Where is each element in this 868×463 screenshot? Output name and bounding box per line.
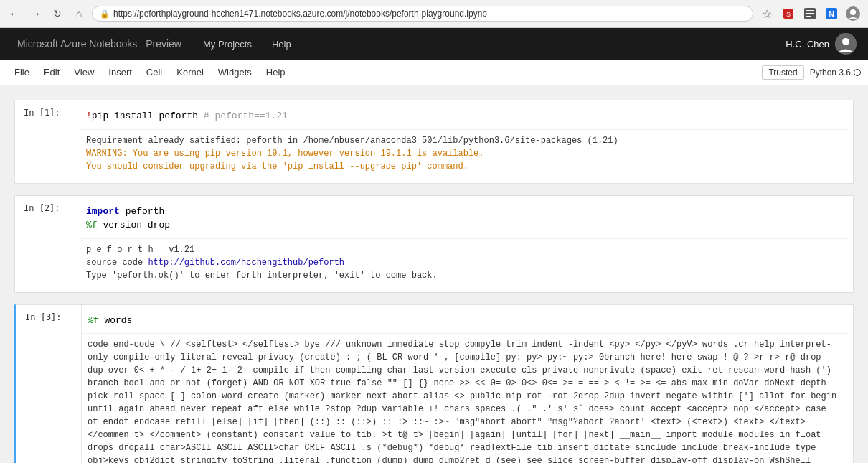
cell-2-content[interactable]: import peforth %f version drop p e f o r…	[80, 196, 853, 292]
svg-rect-4	[806, 13, 814, 14]
svg-point-11	[842, 38, 849, 45]
cell-1-content[interactable]: !pip install peforth # peforth==1.21 Req…	[80, 100, 853, 183]
menu-kernel[interactable]: Kernel	[169, 60, 211, 85]
import-module: peforth	[126, 206, 165, 217]
source-link[interactable]: http://github.com/hcchengithub/peforth	[148, 258, 344, 268]
nav-my-projects[interactable]: My Projects	[193, 28, 262, 60]
app-header: Microsoft Azure Notebooks Preview My Pro…	[0, 28, 868, 60]
browser-actions: ☆ S N	[758, 4, 862, 23]
app-name: Microsoft Azure Notebooks	[17, 38, 137, 50]
cell-3: In [3]: %f words code end-code \ // <sel…	[14, 304, 854, 464]
nav-help[interactable]: Help	[262, 28, 301, 60]
profile-button[interactable]	[844, 4, 862, 23]
cell-1: In [1]: !pip install peforth # peforth==…	[14, 100, 854, 184]
cell-1-output-line-1: Requirement already satisfied: peforth i…	[86, 134, 841, 147]
ext-button-1[interactable]: S	[779, 4, 798, 23]
app-user: H.C. Chen	[786, 33, 857, 55]
svg-point-9	[850, 9, 856, 15]
kernel-status-icon	[854, 69, 861, 76]
username: H.C. Chen	[786, 39, 829, 50]
cell-3-input[interactable]: %f words	[82, 311, 847, 331]
menu-view[interactable]: View	[67, 60, 101, 85]
cell-1-input[interactable]: !pip install peforth # peforth==1.21	[80, 106, 847, 126]
reload-button[interactable]: ↻	[49, 5, 66, 22]
svg-rect-3	[806, 10, 814, 11]
svg-text:N: N	[829, 10, 834, 18]
magic-command: %f	[86, 220, 98, 230]
cell-2-label: In [2]:	[15, 196, 80, 292]
menu-widgets[interactable]: Widgets	[211, 60, 259, 85]
ext-button-2[interactable]	[801, 4, 819, 23]
cell-2-input[interactable]: import peforth %f version drop	[80, 202, 847, 235]
ext-button-3[interactable]: N	[822, 4, 841, 23]
import-keyword: import	[86, 206, 120, 217]
cell-1-bang: !	[86, 111, 92, 121]
trusted-badge: Trusted	[762, 65, 803, 80]
cell-3-out-1: code end-code \ // <selftest> </selftest…	[88, 338, 841, 463]
cell-1-label: In [1]:	[15, 100, 80, 183]
forward-button[interactable]: →	[27, 5, 44, 22]
home-button[interactable]: ⌂	[70, 5, 88, 22]
cell-2-output: p e f o r t h v1.21 source code http://g…	[80, 238, 847, 286]
svg-rect-5	[806, 16, 811, 17]
cell-2-line-2: %f version drop	[86, 218, 841, 233]
cell-3-magic: %f	[88, 315, 99, 326]
cell-3-output: code end-code \ // <selftest> </selftest…	[82, 333, 847, 463]
notebook-content: In [1]: !pip install peforth # peforth==…	[0, 85, 868, 463]
cell-2-out-2: source code http://github.com/hcchengith…	[86, 256, 841, 269]
star-button[interactable]: ☆	[758, 4, 776, 23]
cell-2-line-1: import peforth	[86, 205, 841, 219]
app-logo: Microsoft Azure Notebooks Preview	[11, 38, 181, 50]
cell-1-output: Requirement already satisfied: peforth i…	[80, 129, 847, 177]
cell-2-out-1: p e f o r t h v1.21	[86, 243, 841, 256]
browser-toolbar: ← → ↻ ⌂ 🔒 https://peforthplayground-hcch…	[0, 0, 868, 27]
cell-1-cmd: pip install peforth	[92, 111, 198, 121]
cell-2-out-3: Type 'peforth.ok()' to enter forth inter…	[86, 269, 841, 282]
avatar[interactable]	[835, 33, 857, 55]
back-button[interactable]: ←	[6, 5, 23, 22]
menu-file[interactable]: File	[7, 60, 37, 85]
nb-menu: File Edit View Insert Cell Kernel Widget…	[7, 60, 293, 85]
cell-3-line-1: %f words	[88, 314, 841, 328]
cell-1-comment: # peforth==1.21	[204, 111, 288, 121]
cell-3-content[interactable]: %f words code end-code \ // <selftest> <…	[81, 305, 853, 464]
kernel-info: Python 3.6	[810, 67, 861, 78]
browser-chrome: ← → ↻ ⌂ 🔒 https://peforthplayground-hcch…	[0, 0, 868, 28]
cell-2: In [2]: import peforth %f version drop p…	[14, 195, 854, 293]
nb-toolbar-right: Trusted Python 3.6	[762, 65, 861, 80]
svg-text:S: S	[786, 11, 791, 18]
menu-edit[interactable]: Edit	[37, 60, 67, 85]
menu-help[interactable]: Help	[259, 60, 293, 85]
kernel-label: Python 3.6	[810, 67, 851, 78]
url-text: https://peforthplayground-hcchen1471.not…	[113, 9, 745, 19]
notebook-toolbar: File Edit View Insert Cell Kernel Widget…	[0, 60, 868, 85]
cell-3-label: In [3]:	[16, 305, 81, 464]
address-bar[interactable]: 🔒 https://peforthplayground-hcchen1471.n…	[92, 6, 753, 22]
lock-icon: 🔒	[100, 9, 110, 19]
app-nav: My Projects Help	[193, 28, 786, 60]
preview-label: Preview	[146, 38, 181, 50]
menu-cell[interactable]: Cell	[139, 60, 169, 85]
menu-insert[interactable]: Insert	[101, 60, 139, 85]
cell-1-output-line-3: You should consider upgrading via the 'p…	[86, 160, 841, 173]
cell-1-output-line-2: WARNING: You are using pip version 19.1,…	[86, 147, 841, 160]
